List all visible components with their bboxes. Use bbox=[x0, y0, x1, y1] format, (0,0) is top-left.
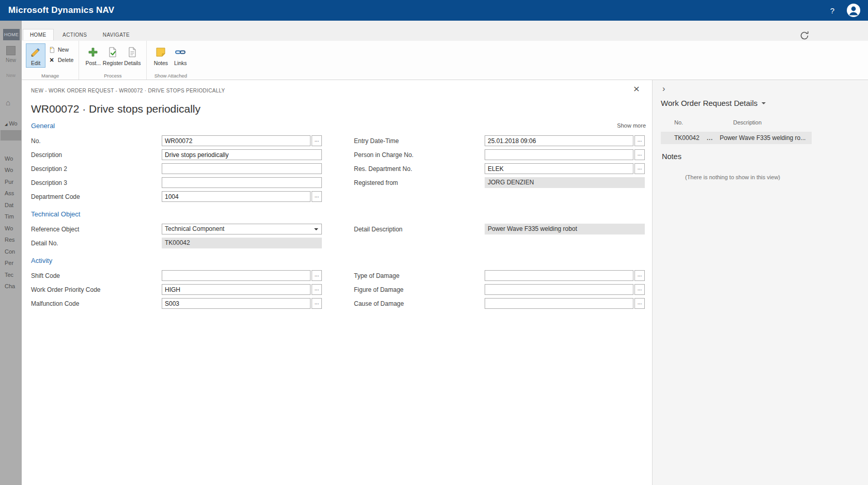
factbox-title[interactable]: Work Order Request Details bbox=[661, 99, 766, 107]
register-button[interactable]: Register bbox=[103, 43, 122, 68]
factbox-column-headers: No. Description bbox=[661, 119, 812, 132]
registered-from-value: JORG DENZIEN bbox=[485, 177, 645, 188]
detail-description-value: Power Wave F335 welding robot bbox=[485, 224, 645, 234]
res-department-lookup-button[interactable]: ... bbox=[634, 163, 645, 174]
cause-of-damage-lookup-button[interactable]: ... bbox=[634, 298, 645, 309]
delete-x-icon: × bbox=[48, 56, 55, 64]
nav-item: Pur bbox=[0, 176, 22, 188]
cause-of-damage-field[interactable] bbox=[485, 298, 633, 309]
entry-datetime-field[interactable] bbox=[485, 135, 633, 146]
notes-button[interactable]: Notes bbox=[151, 43, 171, 68]
description2-field[interactable] bbox=[162, 163, 322, 174]
field-row: Person in Charge No. ... bbox=[354, 148, 645, 162]
nav-item: Dat bbox=[0, 199, 22, 211]
description-field[interactable] bbox=[162, 149, 322, 160]
entry-datetime-assist-button[interactable]: ... bbox=[634, 135, 645, 146]
field-row: Figure of Damage ... bbox=[354, 283, 645, 296]
nav-item: Wo bbox=[0, 153, 22, 165]
expand-pane-icon[interactable]: › bbox=[662, 84, 665, 93]
ribbon-group-manage: Edit New × Delete bbox=[22, 41, 79, 80]
field-label: No. bbox=[31, 137, 162, 145]
tab-actions[interactable]: ACTIONS bbox=[56, 29, 94, 40]
field-row: Description bbox=[31, 148, 322, 162]
field-label: Description 2 bbox=[31, 165, 162, 173]
ribbon-body: Edit New × Delete bbox=[22, 41, 868, 80]
nav-item: Res bbox=[0, 234, 22, 246]
nav-item: Per bbox=[0, 257, 22, 269]
close-icon[interactable]: × bbox=[633, 83, 640, 94]
field-row: Department Code ... bbox=[31, 190, 322, 204]
malfunction-code-field[interactable] bbox=[162, 298, 311, 309]
priority-code-lookup-button[interactable]: ... bbox=[312, 284, 322, 295]
column-header-description: Description bbox=[733, 119, 812, 126]
nav-item: Wo bbox=[0, 164, 22, 176]
field-label: Description bbox=[31, 151, 162, 159]
no-lookup-button[interactable]: ... bbox=[312, 135, 322, 146]
department-code-lookup-button[interactable]: ... bbox=[312, 191, 322, 202]
help-button[interactable]: ? bbox=[820, 0, 844, 21]
field-label: Entry Date-Time bbox=[354, 137, 485, 145]
person-in-charge-field[interactable] bbox=[485, 149, 633, 160]
activity-columns: Shift Code ... Work Order Priority Code … bbox=[31, 269, 646, 310]
row-drilldown-icon[interactable]: ... bbox=[707, 135, 720, 141]
field-row: Description 2 bbox=[31, 162, 322, 176]
figure-of-damage-field[interactable] bbox=[485, 284, 633, 295]
dropdown-caret-icon bbox=[314, 228, 318, 232]
tab-navigate[interactable]: NAVIGATE bbox=[96, 29, 136, 40]
type-of-damage-field[interactable] bbox=[485, 270, 633, 281]
general-left-column: No. ... Description Description 2 bbox=[31, 134, 322, 204]
delete-button[interactable]: × Delete bbox=[48, 56, 73, 64]
field-row: Detail No. TK00042 bbox=[31, 236, 322, 250]
nav-item bbox=[0, 141, 22, 153]
reference-object-select[interactable]: Technical Component bbox=[162, 224, 322, 234]
tab-home[interactable]: HOME bbox=[23, 29, 54, 40]
field-label: Type of Damage bbox=[354, 272, 485, 279]
type-of-damage-lookup-button[interactable]: ... bbox=[634, 270, 645, 281]
group-label-manage: Manage bbox=[22, 73, 79, 79]
table-row[interactable]: TK00042 ... Power Wave F335 welding ro..… bbox=[661, 132, 812, 144]
field-row: Shift Code ... bbox=[31, 269, 322, 283]
field-label: Malfunction Code bbox=[31, 300, 162, 307]
links-button[interactable]: Links bbox=[171, 43, 190, 68]
description3-field[interactable] bbox=[162, 177, 322, 188]
res-department-field[interactable] bbox=[485, 163, 633, 174]
show-more-link[interactable]: Show more bbox=[617, 122, 646, 129]
collapse-triangle-icon: ◢ bbox=[5, 122, 7, 126]
ribbon: HOME ACTIONS NAVIGATE Edit bbox=[22, 21, 868, 80]
shift-code-lookup-button[interactable]: ... bbox=[312, 270, 322, 281]
header-actions: ? bbox=[820, 0, 868, 21]
edit-button[interactable]: Edit bbox=[26, 43, 45, 68]
ribbon-group-show-attached: Notes Links Show Attached bbox=[147, 41, 194, 80]
notes-section-title: Notes bbox=[662, 152, 681, 161]
figure-of-damage-lookup-button[interactable]: ... bbox=[634, 284, 645, 295]
user-avatar-icon[interactable] bbox=[846, 3, 861, 18]
field-label: Work Order Priority Code bbox=[31, 286, 162, 293]
field-row: Cause of Damage ... bbox=[354, 296, 645, 310]
details-button[interactable]: Details bbox=[122, 43, 142, 68]
dimmed-new-button: New bbox=[4, 44, 18, 63]
form-area: General Show more No. ... Description bbox=[31, 119, 646, 316]
page-title: WR00072 · Drive stops periodically bbox=[31, 103, 200, 115]
factbox-pane: › Work Order Request Details No. Descrip… bbox=[652, 80, 868, 485]
field-label: Detail Description bbox=[354, 226, 485, 233]
ribbon-group-process: Post... Register bbox=[79, 41, 147, 80]
detail-no-value: TK00042 bbox=[162, 238, 322, 248]
field-row: Registered from JORG DENZIEN bbox=[354, 176, 645, 190]
nav-item-selected bbox=[0, 130, 22, 142]
malfunction-code-lookup-button[interactable]: ... bbox=[312, 298, 322, 309]
new-button[interactable]: New bbox=[48, 46, 73, 53]
activity-left-column: Shift Code ... Work Order Priority Code … bbox=[31, 269, 322, 310]
field-label: Description 3 bbox=[31, 179, 162, 186]
group-label-show-attached: Show Attached bbox=[147, 73, 194, 79]
no-field[interactable] bbox=[162, 135, 311, 146]
shift-code-field[interactable] bbox=[162, 270, 311, 281]
department-code-field[interactable] bbox=[162, 191, 311, 202]
dimmed-new-group-label: New bbox=[0, 73, 22, 78]
field-label: Reference Object bbox=[31, 226, 162, 233]
work-order-request-dialog: NEW - WORK ORDER REQUEST - WR00072 · DRI… bbox=[22, 80, 652, 485]
post-button[interactable]: Post... bbox=[83, 43, 103, 68]
priority-code-field[interactable] bbox=[162, 284, 311, 295]
person-in-charge-lookup-button[interactable]: ... bbox=[634, 149, 645, 160]
refresh-icon[interactable] bbox=[799, 30, 810, 41]
field-row: Work Order Priority Code ... bbox=[31, 283, 322, 296]
